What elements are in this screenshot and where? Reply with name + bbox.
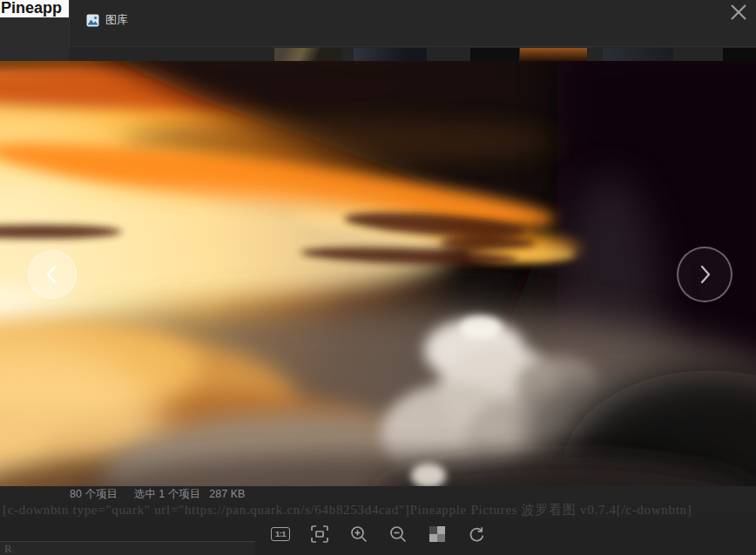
sunset-photo-art <box>0 61 756 486</box>
gallery-thumbnail[interactable] <box>470 48 519 61</box>
checkerboard-icon <box>429 525 446 543</box>
actual-size-icon: 1:1 <box>271 527 290 541</box>
gallery-window-title: 图库 <box>86 12 128 28</box>
page-title: Pineapp <box>0 0 70 17</box>
gallery-thumbnail[interactable] <box>274 48 341 61</box>
viewer-photo[interactable] <box>0 61 756 486</box>
thumbnail-strip <box>69 47 756 61</box>
status-selected-items: 选中 1 个项目 <box>134 487 200 502</box>
actual-size-button[interactable]: 1:1 <box>269 523 292 545</box>
zoom-in-button[interactable] <box>348 523 370 545</box>
page-clipped-text: R <box>0 542 255 555</box>
zoom-out-icon <box>388 525 408 544</box>
gallery-thumbnail[interactable] <box>603 48 673 61</box>
viewer-toolbar: 1:1 <box>269 523 488 545</box>
rotate-clockwise-button[interactable] <box>465 523 488 545</box>
next-image-button[interactable] <box>677 247 732 302</box>
gallery-thumbnail[interactable] <box>354 48 427 61</box>
close-button[interactable] <box>727 1 750 24</box>
status-total-items: 80 个项目 <box>70 487 118 502</box>
dimmed-page-area <box>0 17 69 61</box>
gallery-window-title-label: 图库 <box>105 12 128 28</box>
previous-image-button[interactable] <box>28 250 77 299</box>
chevron-right-icon <box>695 263 714 286</box>
fit-to-window-icon <box>310 525 329 544</box>
zoom-in-icon <box>349 525 368 544</box>
checkerboard-background-button[interactable] <box>426 523 449 545</box>
close-icon <box>729 3 748 22</box>
gallery-thumbnail[interactable] <box>520 48 587 61</box>
gallery-status-bar: 80 个项目 选中 1 个项目 287 KB <box>0 486 756 502</box>
rotate-clockwise-icon <box>467 525 486 544</box>
image-gallery-icon <box>86 14 99 27</box>
fit-to-window-button[interactable] <box>308 523 331 545</box>
page-shortcode-text: [c-downbtn type="quark" url="https://pan… <box>0 502 756 518</box>
zoom-out-button[interactable] <box>387 523 409 545</box>
gallery-window-titlebar[interactable] <box>69 0 756 47</box>
status-file-size: 287 KB <box>209 488 245 500</box>
chevron-left-icon <box>43 263 62 286</box>
gallery-thumbnail[interactable] <box>723 48 756 61</box>
